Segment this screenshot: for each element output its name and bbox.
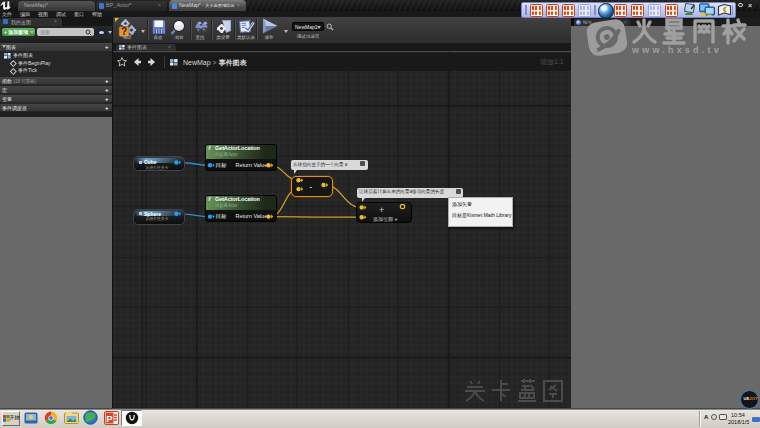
svg-text:P: P: [106, 413, 113, 424]
